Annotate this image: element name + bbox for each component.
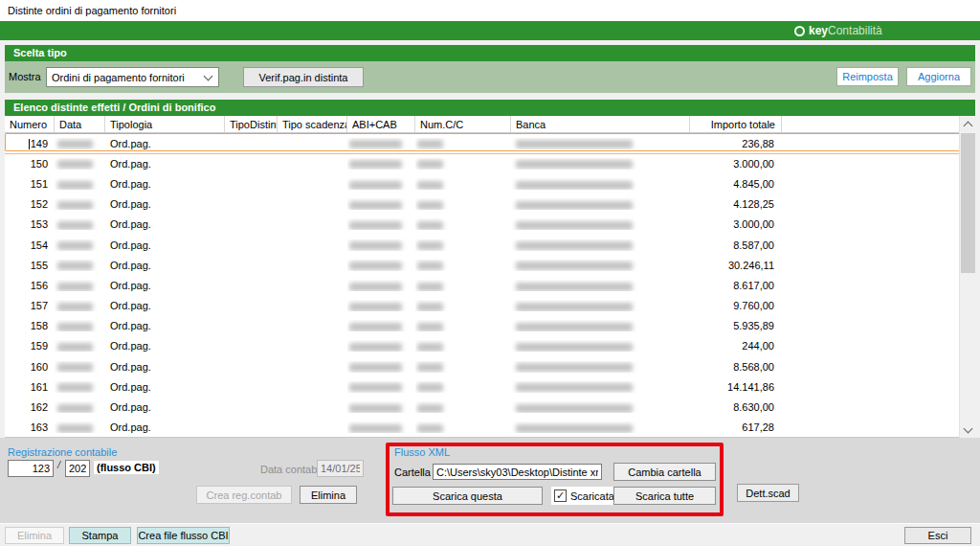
col-header-tipologia[interactable]: Tipologia	[105, 116, 225, 132]
col-header-tipodistinta[interactable]: TipoDistinta	[225, 116, 278, 132]
cell-data-redacted	[55, 218, 105, 230]
cell-data-redacted	[55, 401, 105, 413]
table-row[interactable]: 160 Ord.pag. 8.568,00	[5, 356, 975, 376]
cambia-cartella-button[interactable]: Cambia cartella	[613, 463, 716, 481]
table-row[interactable]: 154 Ord.pag. 8.587,00	[5, 235, 975, 255]
cell-numcc-redacted	[415, 300, 511, 311]
cell-data-redacted	[55, 138, 105, 149]
footer-crea-file-flusso-cbi-button[interactable]: Crea file flusso CBI	[137, 527, 230, 544]
redacted-blur	[349, 241, 402, 250]
cell-abicab-redacted	[347, 401, 415, 413]
cell-importo-totale: 4.128,25	[690, 198, 782, 210]
table-row[interactable]: 156 Ord.pag. 8.617,00	[5, 275, 975, 295]
cell-abicab-redacted	[347, 158, 415, 170]
vertical-scrollbar[interactable]	[959, 116, 975, 438]
scroll-down-button[interactable]	[960, 421, 975, 438]
col-header-importo-totale[interactable]: Importo totale	[690, 116, 782, 132]
scelta-tipo-header: Scelta tipo	[5, 45, 975, 61]
col-header-numcc[interactable]: Num.C/C	[415, 116, 511, 132]
redacted-blur	[57, 262, 93, 270]
footer-esci-button[interactable]: Esci	[904, 527, 971, 544]
scarica-tutte-button[interactable]: Scarica tutte	[613, 487, 716, 505]
cartella-path-input[interactable]	[433, 464, 602, 480]
redacted-blur	[349, 201, 402, 210]
verif-pag-button[interactable]: Verif.pag.in distinta	[243, 67, 364, 87]
redacted-blur	[417, 160, 443, 169]
cell-tipologia: Ord.pag.	[105, 158, 225, 170]
table-row[interactable]: 155 Ord.pag. 30.246,11	[5, 255, 975, 275]
table-row[interactable]: 162 Ord.pag. 8.630,00	[5, 397, 975, 417]
redacted-blur	[417, 241, 443, 250]
brand-suffix-text: Contabilità	[828, 24, 882, 37]
redacted-blur	[57, 160, 93, 169]
page-title: Distinte ordini di pagamento fornitori	[0, 0, 980, 21]
col-header-numero[interactable]: Numero	[5, 116, 55, 132]
col-header-tipo-scadenza[interactable]: Tipo scadenza	[278, 116, 347, 132]
elenco-header: Elenco distinte effetti / Ordini di boni…	[5, 100, 975, 116]
table-row[interactable]: 152 Ord.pag. 4.128,25	[5, 194, 975, 215]
cell-abicab-redacted	[347, 198, 415, 210]
table-row[interactable]: 163 Ord.pag. 617,28	[5, 418, 975, 438]
cell-banca-redacted	[511, 178, 690, 190]
cell-tipologia: Ord.pag.	[105, 421, 225, 433]
cell-numcc-redacted	[415, 280, 511, 291]
scaricata-checkbox[interactable]: ✓	[554, 489, 567, 502]
cell-tipologia: Ord.pag.	[105, 320, 225, 331]
cell-numero: 157	[5, 300, 55, 311]
table-row[interactable]: 159 Ord.pag. 244,00	[5, 336, 975, 356]
scarica-questa-button[interactable]: Scarica questa	[392, 487, 543, 505]
cell-numero: 153	[5, 218, 55, 230]
cell-importo-totale: 8.568,00	[690, 361, 782, 373]
cell-importo-totale: 4.845,00	[690, 178, 782, 190]
top-brand-bar: keyContabilità	[0, 21, 980, 40]
cell-numcc-redacted	[415, 361, 511, 373]
table-row[interactable]: 151 Ord.pag. 4.845,00	[5, 173, 975, 193]
registrazione-numero-input[interactable]	[8, 460, 54, 477]
cell-tipologia: Ord.pag.	[105, 340, 225, 352]
registrazione-anno-input[interactable]	[65, 460, 90, 477]
scroll-up-button[interactable]	[960, 116, 975, 132]
scrollbar-thumb[interactable]	[961, 133, 975, 273]
key-logo-icon	[794, 26, 805, 36]
reimposta-button[interactable]: Reimposta	[836, 67, 899, 86]
redacted-blur	[516, 140, 633, 148]
redacted-blur	[516, 343, 633, 352]
cell-numero: 158	[5, 320, 55, 331]
redacted-blur	[57, 221, 93, 230]
redacted-blur	[516, 404, 633, 413]
cell-numero: 155	[5, 260, 55, 271]
aggiorna-button[interactable]: Aggiorna	[906, 67, 971, 86]
cartella-label: Cartella	[394, 466, 431, 478]
cell-abicab-redacted	[347, 260, 415, 271]
table-row[interactable]: 161 Ord.pag. 14.141,86	[5, 376, 975, 397]
cell-tipologia: Ord.pag.	[105, 381, 225, 393]
mostra-select[interactable]: Ordini di pagamento fornitori	[46, 67, 219, 87]
redacted-blur	[57, 201, 93, 210]
footer-stampa-button[interactable]: Stampa	[69, 527, 131, 544]
redacted-blur	[516, 201, 633, 210]
scrollbar-track[interactable]	[960, 132, 975, 421]
cell-data-redacted	[55, 178, 105, 190]
table-row[interactable]: 150 Ord.pag. 3.000,00	[5, 153, 975, 173]
redacted-blur	[349, 303, 402, 311]
redacted-blur	[417, 303, 443, 311]
col-header-data[interactable]: Data	[55, 116, 105, 132]
cell-numcc-redacted	[415, 381, 511, 393]
dett-scad-button[interactable]: Dett.scad	[737, 484, 799, 502]
col-header-abicab[interactable]: ABI+CAB	[347, 116, 415, 132]
table-row[interactable]: 149 Ord.pag. 236,88	[5, 133, 975, 153]
table-row[interactable]: 153 Ord.pag. 3.000,00	[5, 215, 975, 235]
col-header-banca[interactable]: Banca	[511, 116, 690, 132]
table-row[interactable]: 157 Ord.pag. 9.760,00	[5, 296, 975, 316]
cell-importo-totale: 244,00	[690, 340, 782, 352]
scaricata-checkbox-group[interactable]: ✓ Scaricata	[551, 487, 620, 505]
table-row[interactable]: 158 Ord.pag. 5.935,89	[5, 316, 975, 336]
redacted-blur	[349, 262, 402, 270]
cell-numcc-redacted	[415, 178, 511, 190]
elimina-registrazione-button[interactable]: Elimina	[300, 486, 357, 504]
redacted-blur	[516, 303, 633, 311]
cell-data-redacted	[55, 340, 105, 352]
redacted-blur	[417, 140, 443, 148]
redacted-blur	[516, 241, 633, 250]
cell-banca-redacted	[511, 239, 690, 251]
